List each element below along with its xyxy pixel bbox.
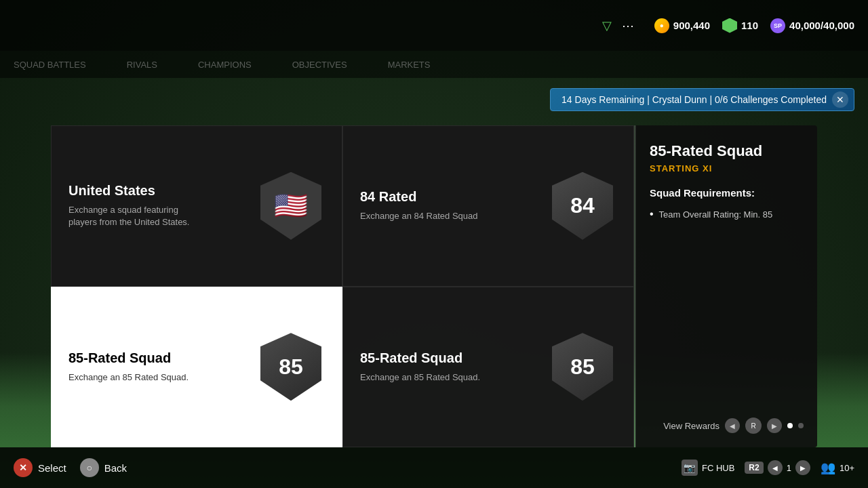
top-icons: ▽ ⋯ [602,18,634,33]
card-desc-85-rated-2: Exchange an 85 Rated Squad. [360,371,496,384]
persons-icon: 👥 [821,460,835,475]
rewards-dot-inactive [798,423,804,428]
shield-value: 110 [741,20,758,31]
details-subtitle: STARTING XI [650,163,804,174]
view-rewards: View Rewards ◀ R ▶ [663,418,804,434]
nav-item[interactable]: R2 ◀ 1 ▶ [745,460,810,475]
nav-right-btn[interactable]: ▶ [795,460,810,475]
coins-display: ● 900,440 [654,18,710,33]
nav-left-btn[interactable]: ◀ [768,460,783,475]
flag-badge: 🇺🇸 [260,172,321,240]
card-84-rated[interactable]: 84 Rated Exchange an 84 Rated Squad 84 [342,125,634,287]
rewards-next-btn[interactable]: ▶ [767,418,782,433]
card-info-84-rated: 84 Rated Exchange an 84 Rated Squad [360,189,549,222]
o-button-icon: ○ [80,458,99,477]
challenge-close-button[interactable]: ✕ [832,92,848,108]
details-title: 85-Rated Squad [650,142,804,160]
back-label: Back [104,462,127,474]
requirements-label: Squad Requirements: [650,187,804,199]
currency-group: ● 900,440 110 SP 40,000/40,000 [654,18,854,33]
details-panel: 85-Rated Squad STARTING XI Squad Require… [635,125,817,447]
bottom-left-controls: ✕ Select ○ Back [14,458,127,477]
back-button[interactable]: ○ Back [80,458,127,477]
top-bar: ▽ ⋯ ● 900,440 110 SP 40,000/40,000 [0,0,868,51]
shield-currency-display: 110 [722,18,758,33]
card-desc-85-rated-1: Exchange an 85 Rated Squad. [68,371,204,384]
r2-badge: R2 [745,462,763,474]
players-item: 👥 10+ [821,460,854,475]
coin-icon: ● [654,18,669,33]
number-badge-85-1: 85 [260,333,321,401]
requirement-item-1: Team Overall Rating: Min. 85 [650,205,804,223]
bottom-right-controls: 📷 FC HUB R2 ◀ 1 ▶ 👥 10+ [682,460,854,476]
ticker-content: SQUAD BATTLES RIVALS CHAMPIONS OBJECTIVE… [0,51,868,78]
card-desc-united-states: Exchange a squad featuring players from … [68,204,204,228]
camera-icon: 📷 [682,460,698,476]
card-info-85-rated-1: 85-Rated Squad Exchange an 85 Rated Squa… [68,350,257,384]
bottom-bar: ✕ Select ○ Back 📷 FC HUB R2 ◀ 1 ▶ 👥 10+ [0,447,868,488]
triangle-icon: ▽ [602,18,612,33]
select-label: Select [38,462,66,474]
coins-value: 900,440 [673,20,710,31]
rewards-dot-active [787,423,793,428]
sp-display: SP 40,000/40,000 [770,18,854,33]
settings-icon: ⋯ [622,18,634,33]
card-badge-84-rated: 84 [549,169,616,243]
ticker-bar: SQUAD BATTLES RIVALS CHAMPIONS OBJECTIVE… [0,51,868,78]
sp-value: 40,000/40,000 [789,20,854,31]
requirements-list: Team Overall Rating: Min. 85 [650,205,804,223]
card-title-united-states: United States [68,183,257,199]
card-title-84-rated: 84 Rated [360,189,549,205]
nav-number: 1 [787,463,791,473]
card-title-85-rated-1: 85-Rated Squad [68,350,257,366]
rewards-r-btn[interactable]: R [745,418,762,434]
card-85-rated-1[interactable]: 85-Rated Squad Exchange an 85 Rated Squa… [51,287,342,448]
number-badge-85-2: 85 [552,333,613,401]
fc-hub-item[interactable]: 📷 FC HUB [682,460,734,476]
number-badge-84: 84 [552,172,613,240]
challenge-banner: 14 Days Remaining | Crystal Dunn | 0/6 C… [550,88,854,111]
card-badge-united-states: 🇺🇸 [257,169,325,243]
fc-hub-label: FC HUB [702,463,734,473]
card-title-85-rated-2: 85-Rated Squad [360,350,549,366]
card-badge-85-rated-1: 85 [257,329,325,404]
card-info-united-states: United States Exchange a squad featuring… [68,183,257,228]
shield-currency-icon [722,18,737,33]
rewards-prev-btn[interactable]: ◀ [725,418,740,433]
card-united-states[interactable]: United States Exchange a squad featuring… [51,125,342,287]
view-rewards-label: View Rewards [663,421,719,431]
challenge-text: 14 Days Remaining | Crystal Dunn | 0/6 C… [561,94,827,105]
main-content: United States Exchange a squad featuring… [51,125,817,447]
players-label: 10+ [840,463,854,473]
cards-panel: United States Exchange a squad featuring… [51,125,634,447]
x-button-icon: ✕ [14,458,33,477]
select-button[interactable]: ✕ Select [14,458,66,477]
sp-icon: SP [770,18,785,33]
card-info-85-rated-2: 85-Rated Squad Exchange an 85 Rated Squa… [360,350,549,384]
card-85-rated-2[interactable]: 85-Rated Squad Exchange an 85 Rated Squa… [342,287,634,448]
card-desc-84-rated: Exchange an 84 Rated Squad [360,210,496,222]
card-badge-85-rated-2: 85 [549,329,616,404]
